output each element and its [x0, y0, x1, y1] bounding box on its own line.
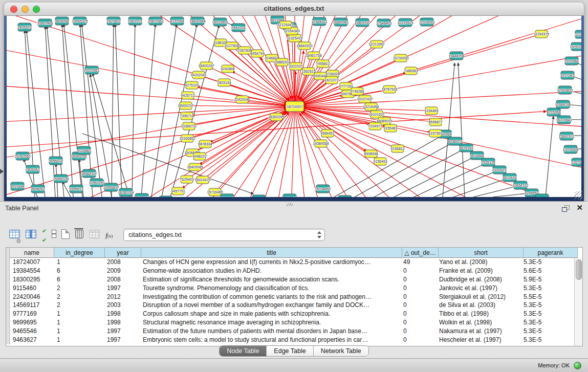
table-row[interactable]: 2242004622012Investigating the contribut… — [6, 293, 582, 301]
teal-node[interactable] — [338, 195, 352, 197]
node-label: 12219573 — [397, 21, 413, 25]
cell-year: 2009 — [104, 267, 140, 275]
teal-node[interactable] — [159, 196, 172, 197]
cell-out_de: 0 — [400, 284, 436, 293]
row-gutter — [6, 336, 10, 344]
node-label: 9474444 — [470, 154, 484, 158]
table-settings-button[interactable]: ⚙ — [9, 227, 20, 243]
float-panel-icon[interactable] — [562, 205, 570, 212]
cell-year: 1998 — [104, 318, 140, 327]
cell-name: 19384554 — [10, 267, 54, 275]
memory-status-led[interactable] — [574, 362, 581, 369]
node-label: 7805052 — [26, 168, 39, 171]
table-row[interactable]: 977716911998Corpus callosum shape and si… — [6, 310, 582, 318]
cell-year: 1998 — [104, 310, 140, 318]
node-label: 12923446 — [134, 196, 149, 198]
table-scrollbar-thumb[interactable] — [576, 259, 582, 280]
citation-edge-red — [7, 106, 295, 197]
node-label: 10809197 — [354, 21, 370, 25]
column-header-out_de[interactable]: △ out_de… — [402, 248, 439, 258]
network-canvas[interactable]: 1405573208914069605058100553251527602756… — [7, 16, 581, 197]
show-columns-button[interactable] — [26, 227, 36, 243]
table-scrollbar[interactable] — [574, 258, 582, 346]
table-row[interactable]: 946554611997Estimation of the future num… — [6, 327, 582, 336]
tab-network-table[interactable]: Network Table — [314, 346, 368, 356]
delete-table-button[interactable] — [89, 227, 100, 243]
table-row[interactable]: 1830029562008Estimation of significance … — [6, 275, 582, 284]
cell-in_degree: 6 — [54, 267, 104, 275]
window-resize-grip[interactable] — [574, 191, 582, 200]
node-label: 9498222 — [192, 155, 206, 158]
citation-edge-black — [62, 24, 73, 197]
cell-short: Nakamura et al. (1997) — [436, 327, 520, 336]
tab-node-table[interactable]: Node Table — [220, 346, 267, 356]
row-merge-button[interactable] — [52, 227, 56, 243]
node-label: 15751074 — [570, 45, 581, 49]
node-label: 6679197 — [459, 146, 473, 150]
tab-edge-table[interactable]: Edge Table — [267, 346, 313, 356]
column-header-pagerank[interactable]: pagerank — [524, 248, 578, 258]
row-gutter — [6, 327, 10, 336]
node-label: 16210643 — [556, 118, 572, 122]
cell-title: Estimation of the future numbers of pati… — [140, 327, 400, 336]
delete-rows-button[interactable] — [75, 227, 83, 243]
select-all-button[interactable]: ✔✔ — [42, 227, 46, 243]
cell-title: Changes of HCN gene expression and I(f) … — [140, 258, 400, 267]
table-row[interactable]: 946362711997Embryonic stem cells: a mode… — [6, 336, 582, 344]
node-label: 11974093 — [419, 20, 435, 24]
cell-out_de: 0 — [400, 267, 436, 275]
column-header-name[interactable]: name — [10, 248, 54, 258]
column-header-short[interactable]: short — [439, 248, 524, 258]
table-row[interactable]: 969969511998Structural magnetic resonanc… — [6, 318, 582, 327]
cell-in_degree: 1 — [54, 318, 104, 327]
table-row[interactable]: 911546021997Tourette syndrome. Phenomeno… — [6, 284, 582, 293]
cell-pagerank: 5.3E-5 — [520, 258, 574, 267]
node-label: 8471676 — [503, 176, 516, 180]
close-panel-icon[interactable]: ✕ — [576, 203, 583, 212]
row-gutter — [6, 284, 10, 293]
node-label: 22420046 — [234, 98, 250, 101]
citation-edge-black — [458, 63, 465, 197]
citation-network-graph[interactable]: 1405573208914069605058100553251527602756… — [7, 16, 581, 197]
node-label: 1621072 — [324, 78, 338, 82]
node-label: 18724007 — [287, 105, 302, 108]
teal-node[interactable] — [535, 194, 549, 197]
node-label: 9605058 — [55, 19, 69, 23]
table-row[interactable]: 1938455462009Genome-wide association stu… — [6, 267, 582, 275]
citation-edge-red — [295, 16, 581, 106]
node-label: 12154349 — [284, 29, 299, 33]
function-builder-button[interactable]: f(x) — [105, 227, 113, 243]
node-label: 1167533 — [572, 161, 581, 164]
node-label: 9154469 — [424, 109, 438, 113]
window-title: citations_edges.txt — [4, 5, 584, 12]
citation-edge-black — [141, 24, 156, 197]
table-row[interactable]: 1872400712008Changes of HCN gene express… — [6, 258, 582, 267]
cell-short: de Silva et al. (2003) — [436, 301, 520, 310]
table-body: 1872400712008Changes of HCN gene express… — [6, 258, 582, 344]
node-label: 15716485 — [207, 190, 223, 194]
citation-edge-red — [7, 106, 295, 197]
panel-divider-grip[interactable] — [287, 203, 293, 206]
show-columns-icon — [26, 230, 36, 240]
cell-out_de: 0 — [400, 301, 436, 310]
node-label: 19368731 — [181, 124, 197, 128]
column-header-in_degree[interactable]: in_degree — [54, 248, 105, 258]
teal-node[interactable] — [252, 195, 266, 197]
dropdown-arrows-icon — [316, 231, 322, 239]
cell-in_degree: 6 — [54, 275, 104, 284]
node-label: 9425712 — [181, 94, 194, 97]
cell-title: Corpus callosum shape and size in male p… — [140, 310, 400, 318]
window-title-bar[interactable]: citations_edges.txt — [4, 3, 584, 16]
table-row[interactable]: 1456911722003Disruption of a novel membe… — [6, 301, 582, 310]
table-selector-dropdown[interactable]: citations_edges.txt — [123, 229, 325, 241]
create-table-button[interactable] — [61, 227, 70, 243]
column-header-year[interactable]: year — [105, 248, 141, 258]
node-label: 18300295 — [268, 115, 284, 119]
status-bar: Memory: OK — [0, 358, 588, 372]
column-header-title[interactable]: title — [141, 248, 402, 258]
node-label: 7561013 — [128, 19, 142, 23]
node-label: 9155469 — [383, 126, 397, 130]
node-label: 15692971 — [558, 135, 574, 138]
node-label: 9457791 — [171, 189, 185, 193]
node-label: 7932621 — [492, 168, 506, 172]
